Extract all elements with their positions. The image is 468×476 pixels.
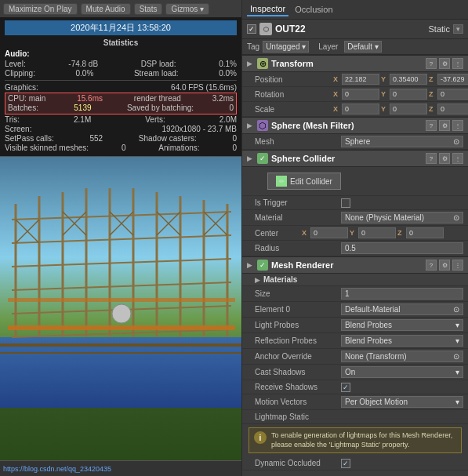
element0-dropdown[interactable]: Default-Material ⊙	[341, 303, 463, 315]
position-y-input[interactable]	[390, 74, 427, 85]
receive-shadows-checkbox[interactable]: ✓	[341, 383, 350, 392]
occlusion-tab[interactable]: Occlusion	[295, 5, 332, 14]
scale-x-field: X	[333, 104, 379, 114]
position-x-field: X	[333, 74, 379, 85]
mesh-filter-title: Sphere (Mesh Filter)	[271, 121, 423, 130]
skinned-row: Visible skinned meshes: 0 Animations: 0	[5, 144, 237, 152]
renderer-checkbox[interactable]: ✓	[257, 260, 268, 271]
viewport	[0, 157, 241, 460]
cast-shadows-label: Cast Shadows	[255, 368, 341, 376]
renderer-header[interactable]: ▶ ✓ Mesh Renderer ? ⚙ ⋮	[242, 256, 468, 274]
transform-info-btn[interactable]: ?	[426, 58, 437, 69]
receive-shadows-label: Receive Shadows	[255, 383, 341, 391]
center-xyz: X Y Z	[302, 227, 444, 238]
stats-button[interactable]: Stats	[134, 3, 163, 15]
scale-x-input[interactable]	[342, 104, 379, 114]
collider-actions: ? ⚙ ⋮	[426, 153, 463, 164]
cast-shadows-dropdown[interactable]: On ▾	[341, 366, 463, 378]
material-dropdown[interactable]: None (Physic Material) ⊙	[341, 212, 463, 223]
collider-info-btn[interactable]: ?	[426, 153, 437, 164]
mesh-filter-info-btn[interactable]: ?	[426, 120, 437, 131]
lightmap-static-label: Lightmap Static	[255, 412, 341, 421]
anim-value: 0	[232, 144, 237, 152]
tris-row: Tris: 2.1M Verts: 2.0M	[5, 115, 237, 124]
maximize-on-play-button[interactable]: Maximize On Play	[3, 3, 78, 15]
center-y-input[interactable]	[358, 227, 396, 238]
mute-audio-button[interactable]: Mute Audio	[81, 3, 131, 15]
screen-value: 1920x1080 - 23.7 MB	[161, 125, 237, 133]
collider-menu-btn[interactable]: ⋮	[452, 153, 463, 164]
collider-settings-btn[interactable]: ⚙	[439, 153, 450, 164]
info-box: i To enable generation of lightmaps for …	[249, 427, 462, 453]
mesh-value: Sphere	[345, 137, 370, 146]
transform-header[interactable]: ▶ ⊕ Transform ? ⚙ ⋮	[242, 55, 468, 72]
is-trigger-row: Is Trigger	[242, 196, 468, 210]
dynamic-occluded-checkbox[interactable]: ✓	[341, 459, 350, 468]
stream-label: Stream load:	[134, 69, 179, 78]
position-z-input[interactable]	[437, 74, 468, 85]
rotation-y-input[interactable]	[390, 89, 427, 100]
transform-menu-btn[interactable]: ⋮	[452, 58, 463, 69]
mesh-dropdown[interactable]: Sphere ⊙	[341, 136, 463, 147]
mesh-filter-menu-btn[interactable]: ⋮	[452, 120, 463, 131]
tag-dropdown[interactable]: Untagged ▾	[263, 41, 309, 53]
edit-collider-button[interactable]: ✏ Edit Collider	[267, 173, 341, 190]
object-icon: ⬡	[259, 23, 272, 35]
materials-title-row: ▶ Materials	[242, 274, 468, 286]
collider-header[interactable]: ▶ ✓ Sphere Collider ? ⚙ ⋮	[242, 150, 468, 167]
object-active-checkbox[interactable]: ✓	[247, 24, 256, 34]
rotation-z-input[interactable]	[437, 89, 468, 100]
scale-label: Scale	[255, 105, 333, 114]
reflection-probes-label: Reflection Probes	[255, 336, 341, 345]
rotation-row: Rotation X Y Z	[242, 87, 468, 102]
info-text: To enable generation of lightmaps for th…	[271, 431, 456, 449]
audio-section-title: Audio:	[5, 49, 237, 58]
position-x-input[interactable]	[342, 74, 379, 85]
rotation-x-input[interactable]	[342, 89, 379, 100]
lightmap-static-row: Lightmap Static	[242, 410, 468, 424]
scale-y-input[interactable]	[390, 104, 427, 114]
anchor-override-label: Anchor Override	[255, 352, 341, 361]
size-label: Size	[255, 289, 341, 298]
setpass-value: 552	[89, 134, 103, 143]
tris-value: 2.1M	[74, 115, 91, 124]
right-panel[interactable]: Inspector Occlusion ✓ ⬡ OUT22 Static ▾ T…	[241, 0, 468, 476]
motion-vectors-dropdown[interactable]: Per Object Motion ▾	[341, 396, 463, 408]
trigger-checkbox[interactable]	[341, 198, 350, 208]
audio-clipping-row: Clipping: 0.0% Stream load: 0.0%	[5, 69, 237, 78]
stats-datetime: 2020年11月24日 13:58:20	[5, 20, 237, 35]
layer-dropdown[interactable]: Default ▾	[344, 41, 381, 53]
mesh-filter-settings-btn[interactable]: ⚙	[439, 120, 450, 131]
graphics-label: Graphics:	[5, 83, 38, 92]
material-label: Material	[255, 213, 341, 222]
radius-input[interactable]	[341, 242, 463, 254]
renderer-menu-btn[interactable]: ⋮	[452, 260, 463, 271]
size-input[interactable]	[341, 288, 463, 300]
collider-checkbox[interactable]: ✓	[257, 153, 268, 164]
dsp-value: 0.1%	[219, 60, 237, 68]
motion-vectors-row: Motion Vectors Per Object Motion ▾	[242, 394, 468, 410]
anchor-override-dropdown[interactable]: None (Transform) ⊙	[341, 351, 463, 362]
transform-expand-icon: ▶	[247, 60, 252, 67]
reflection-probes-dropdown[interactable]: Blend Probes ▾	[341, 335, 463, 347]
renderer-settings-btn[interactable]: ⚙	[439, 260, 450, 271]
cast-shadows-value: On	[345, 368, 355, 376]
gizmos-button[interactable]: Gizmos ▾	[165, 3, 209, 15]
center-z-input[interactable]	[406, 227, 444, 238]
scale-z-input[interactable]	[437, 104, 468, 114]
anchor-pick-icon: ⊙	[453, 352, 459, 361]
rotation-z-field: Z	[429, 89, 468, 100]
scale-xyz: X Y Z	[333, 104, 468, 114]
cpu-value: 15.6ms	[77, 94, 103, 103]
transform-settings-btn[interactable]: ⚙	[439, 58, 450, 69]
inspector-tab[interactable]: Inspector	[247, 2, 288, 16]
renderer-info-btn[interactable]: ?	[426, 260, 437, 271]
mesh-pick-icon: ⊙	[453, 137, 459, 146]
light-probes-dropdown[interactable]: Blend Probes ▾	[341, 319, 463, 331]
saved-value: 0	[229, 104, 234, 112]
clipping-value: 0.0%	[76, 69, 94, 78]
center-x-input[interactable]	[310, 227, 348, 238]
edit-collider-row: ✏ Edit Collider	[242, 167, 468, 196]
static-dropdown[interactable]: ▾	[453, 24, 463, 34]
mesh-filter-header[interactable]: ▶ ⬡ Sphere (Mesh Filter) ? ⚙ ⋮	[242, 117, 468, 134]
